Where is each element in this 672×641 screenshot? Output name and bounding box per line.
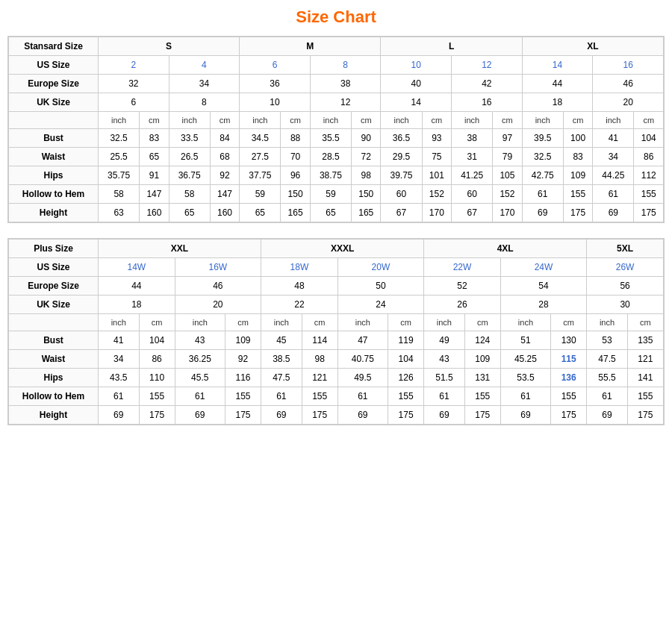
- waist-xl1-cm: 83: [563, 148, 592, 166]
- hth-m1-inch: 59: [240, 185, 281, 204]
- us-xl2: 16: [593, 56, 664, 75]
- plus-bust-xxl2-cm: 109: [225, 331, 261, 350]
- waist-m1-inch: 27.5: [240, 148, 281, 166]
- plus-bust-5xl-cm: 135: [627, 331, 663, 350]
- plus-hips-xxl1-cm: 110: [139, 369, 175, 387]
- waist-s1-inch: 25.5: [99, 148, 140, 166]
- us-l1: 10: [381, 56, 452, 75]
- chart-title: Size Chart: [7, 7, 665, 27]
- waist-xl1-inch: 32.5: [522, 148, 563, 166]
- height-xl1-inch: 69: [522, 204, 563, 222]
- height-l2-inch: 67: [452, 204, 493, 222]
- bust-s1-inch: 32.5: [99, 129, 140, 148]
- waist-l1-cm: 75: [422, 148, 451, 166]
- plus-us-size-label: US Size: [9, 258, 99, 277]
- plus-waist-5xl-cm: 121: [627, 350, 663, 369]
- height-label: Height: [9, 204, 99, 222]
- plus-hips-xxxl2-cm: 126: [388, 369, 424, 387]
- plus-height-xxxl1-cm: 175: [302, 406, 337, 425]
- size-4xl: 4XL: [424, 240, 587, 258]
- plus-hth-4xl1-inch: 61: [424, 387, 465, 406]
- plus-hth-4xl1-cm: 155: [464, 387, 500, 406]
- size-5xl: 5XL: [587, 240, 664, 258]
- plus-waist-xxl2-inch: 36.25: [175, 350, 225, 369]
- bust-m1-cm: 88: [281, 129, 310, 148]
- uk-l2: 16: [452, 93, 523, 112]
- height-m2-inch: 65: [310, 204, 351, 222]
- unit-l1-inch: inch: [381, 112, 422, 129]
- size-xl: XL: [522, 37, 663, 56]
- uk-m2: 12: [310, 93, 381, 112]
- height-s2-inch: 65: [169, 204, 210, 222]
- bust-xl1-inch: 39.5: [522, 129, 563, 148]
- bust-xl1-cm: 100: [563, 129, 592, 148]
- plus-uk-xxxl1: 22: [261, 296, 338, 314]
- unit-s2-cm: cm: [210, 112, 239, 129]
- bust-s2-inch: 33.5: [169, 129, 210, 148]
- waist-l1-inch: 29.5: [381, 148, 422, 166]
- height-l2-cm: 170: [493, 204, 522, 222]
- plus-waist-xxxl1-inch: 38.5: [261, 350, 302, 369]
- uk-l1: 14: [381, 93, 452, 112]
- plus-waist-4xl2-inch: 45.25: [500, 350, 550, 369]
- plus-hth-xxl2-inch: 61: [175, 387, 225, 406]
- unit-m2-cm: cm: [352, 112, 381, 129]
- bust-xl2-cm: 104: [634, 129, 664, 148]
- plus-height-xxl1-cm: 175: [139, 406, 175, 425]
- plus-eu-xxxl2: 50: [337, 277, 423, 296]
- plus-bust-xxl1-cm: 104: [139, 331, 175, 350]
- plus-waist-xxxl2-inch: 40.75: [337, 350, 388, 369]
- bust-label: Bust: [9, 129, 99, 148]
- unit-label: [9, 112, 99, 129]
- uk-xl2: 20: [593, 93, 664, 112]
- plus-waist-xxl1-inch: 34: [99, 350, 140, 369]
- plus-hips-xxxl2-inch: 49.5: [337, 369, 388, 387]
- plus-hips-4xl2-cm: 136: [551, 369, 587, 387]
- plus-hth-xxxl2-cm: 155: [388, 387, 424, 406]
- unit-l1-cm: cm: [422, 112, 451, 129]
- plus-bust-4xl2-cm: 130: [551, 331, 587, 350]
- hth-l2-cm: 152: [493, 185, 522, 204]
- plus-eu-xxl2: 46: [175, 277, 261, 296]
- plus-height-5xl-inch: 69: [587, 406, 628, 425]
- bust-m2-inch: 35.5: [310, 129, 351, 148]
- hth-l1-cm: 152: [422, 185, 451, 204]
- plus-hips-4xl2-inch: 53.5: [500, 369, 550, 387]
- height-xl1-cm: 175: [563, 204, 592, 222]
- plus-unit-xxl2-cm: cm: [225, 314, 261, 331]
- waist-xl2-cm: 86: [634, 148, 664, 166]
- hth-s1-cm: 147: [140, 185, 169, 204]
- plus-uk-4xl1: 26: [424, 296, 501, 314]
- unit-l2-cm: cm: [493, 112, 522, 129]
- plus-us-xxl2: 16W: [175, 258, 261, 277]
- us-size-label: US Size: [9, 56, 99, 75]
- plus-unit-xxxl1-inch: inch: [261, 314, 302, 331]
- size-xxl: XXL: [99, 240, 261, 258]
- hips-xl2-inch: 44.25: [593, 166, 634, 185]
- plus-unit-4xl2-inch: inch: [500, 314, 550, 331]
- unit-xl1-inch: inch: [522, 112, 563, 129]
- height-s2-cm: 160: [210, 204, 239, 222]
- bust-l1-cm: 93: [422, 129, 451, 148]
- hips-m2-inch: 38.75: [310, 166, 351, 185]
- standard-size-label: Stansard Size: [9, 37, 99, 56]
- plus-height-xxxl1-inch: 69: [261, 406, 302, 425]
- waist-s2-inch: 26.5: [169, 148, 210, 166]
- bust-m2-cm: 90: [352, 129, 381, 148]
- plus-waist-label: Waist: [9, 350, 99, 369]
- plus-hips-4xl1-cm: 131: [464, 369, 500, 387]
- waist-m2-cm: 72: [352, 148, 381, 166]
- waist-l2-inch: 31: [452, 148, 493, 166]
- us-s1: 2: [99, 56, 169, 75]
- unit-m1-inch: inch: [240, 112, 281, 129]
- plus-hth-xxl1-cm: 155: [139, 387, 175, 406]
- bust-xl2-inch: 41: [593, 129, 634, 148]
- hips-xl1-cm: 109: [563, 166, 592, 185]
- hips-s2-inch: 36.75: [169, 166, 210, 185]
- eu-s2: 34: [169, 75, 240, 93]
- hips-l2-inch: 41.25: [452, 166, 493, 185]
- waist-m1-cm: 70: [281, 148, 310, 166]
- hips-m1-cm: 96: [281, 166, 310, 185]
- plus-waist-xxl1-cm: 86: [139, 350, 175, 369]
- plus-us-4xl2: 24W: [500, 258, 586, 277]
